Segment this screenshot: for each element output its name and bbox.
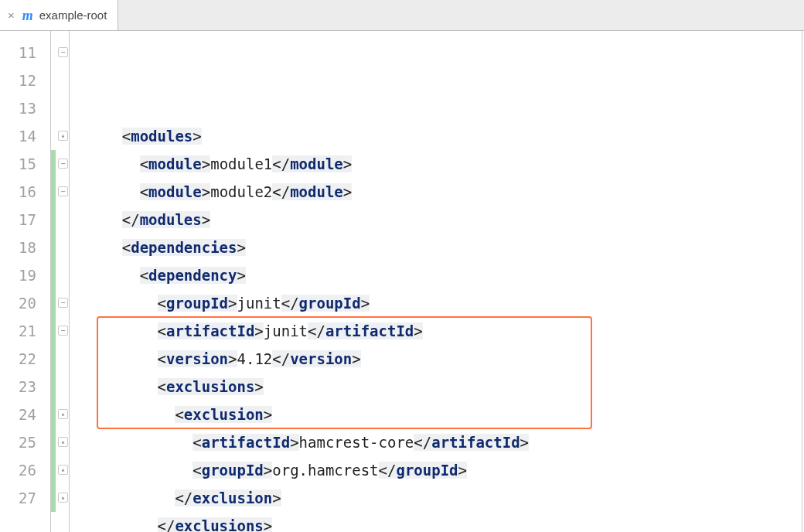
close-icon[interactable]: × bbox=[8, 9, 15, 21]
code-line[interactable]: <module>module1</module> bbox=[87, 150, 804, 178]
code-line[interactable]: <version>4.12</version> bbox=[87, 345, 804, 373]
change-bar bbox=[51, 31, 56, 532]
fold-column bbox=[51, 31, 70, 532]
tab-bar: × m example-root bbox=[0, 0, 804, 31]
fold-collapse-icon[interactable] bbox=[58, 47, 68, 57]
code-line[interactable]: <modules> bbox=[87, 122, 804, 150]
code-line[interactable]: </modules> bbox=[87, 206, 804, 234]
fold-collapse-icon[interactable] bbox=[58, 298, 68, 308]
maven-icon: m bbox=[22, 9, 33, 22]
line-number: 14 bbox=[0, 122, 36, 150]
tab-title: example-root bbox=[39, 9, 107, 22]
tab-bar-empty bbox=[118, 0, 804, 30]
line-number: 20 bbox=[0, 289, 36, 317]
line-number: 23 bbox=[0, 373, 36, 401]
code-line[interactable]: </exclusions> bbox=[87, 512, 804, 532]
line-number: 11 bbox=[0, 39, 36, 66]
code-line[interactable]: <dependency> bbox=[87, 261, 804, 289]
line-number: 26 bbox=[0, 456, 36, 484]
code-line[interactable]: <groupId>org.hamcrest</groupId> bbox=[87, 456, 804, 484]
code-area[interactable]: <modules> <module>module1</module> <modu… bbox=[70, 31, 804, 532]
code-line[interactable]: <artifactId>junit</artifactId> bbox=[87, 317, 804, 345]
line-number: 27 bbox=[0, 484, 36, 512]
line-number: 15 bbox=[0, 150, 36, 178]
fold-collapse-icon[interactable] bbox=[58, 186, 68, 196]
code-line[interactable]: <dependencies> bbox=[87, 234, 804, 261]
editor-right-border bbox=[802, 31, 802, 532]
code-line[interactable]: </exclusion> bbox=[87, 484, 804, 512]
code-line[interactable]: <exclusions> bbox=[87, 373, 804, 401]
line-number: 17 bbox=[0, 206, 36, 234]
fold-end-icon[interactable] bbox=[58, 493, 68, 503]
line-number: 18 bbox=[0, 234, 36, 261]
code-editor[interactable]: 1112131415161718192021222324252627 <modu… bbox=[0, 31, 804, 532]
line-number-gutter: 1112131415161718192021222324252627 bbox=[0, 31, 51, 532]
editor-tab[interactable]: × m example-root bbox=[0, 0, 118, 30]
fold-collapse-icon[interactable] bbox=[58, 159, 68, 169]
code-line[interactable]: <groupId>junit</groupId> bbox=[87, 289, 804, 317]
code-line[interactable]: <artifactId>hamcrest-core</artifactId> bbox=[87, 428, 804, 456]
fold-end-icon[interactable] bbox=[58, 409, 68, 419]
line-number: 12 bbox=[0, 66, 36, 94]
fold-collapse-icon[interactable] bbox=[58, 326, 68, 336]
line-number: 16 bbox=[0, 178, 36, 206]
line-number: 19 bbox=[0, 261, 36, 289]
fold-end-icon[interactable] bbox=[58, 437, 68, 447]
line-number: 13 bbox=[0, 94, 36, 122]
fold-end-icon[interactable] bbox=[58, 465, 68, 475]
line-number: 25 bbox=[0, 428, 36, 456]
line-number: 22 bbox=[0, 345, 36, 373]
code-line[interactable]: <exclusion> bbox=[87, 401, 804, 428]
fold-end-icon[interactable] bbox=[58, 131, 68, 141]
code-line[interactable]: <module>module2</module> bbox=[87, 178, 804, 206]
change-bar-segment bbox=[51, 150, 56, 512]
line-number: 24 bbox=[0, 401, 36, 428]
line-number: 21 bbox=[0, 317, 36, 345]
